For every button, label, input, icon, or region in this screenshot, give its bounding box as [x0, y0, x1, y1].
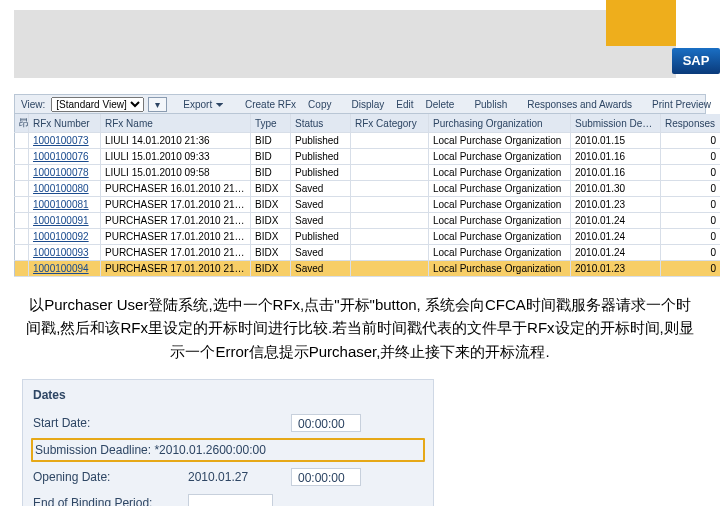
create-rfx-button[interactable]: Create RFx	[241, 99, 300, 110]
sap-logo: SAP	[672, 48, 720, 74]
col-org[interactable]: Purchasing Organization	[429, 114, 571, 133]
rfx-number-link[interactable]: 1000100076	[33, 151, 89, 162]
row-selector[interactable]	[15, 229, 29, 245]
rfx-number-link[interactable]: 1000100078	[33, 167, 89, 178]
rfx-number-link[interactable]: 1000100081	[33, 199, 89, 210]
responses-cell: 0	[661, 261, 721, 277]
type-cell: BID	[251, 149, 291, 165]
deadline-cell: 2010.01.16	[571, 149, 661, 165]
table-row[interactable]: 1000100073LIULI 14.01.2010 21:36BIDPubli…	[15, 133, 721, 149]
status-cell: Published	[291, 133, 351, 149]
start-date-row: Start Date: 00:00:00	[33, 410, 423, 436]
type-cell: BIDX	[251, 181, 291, 197]
table-row[interactable]: 1000100092PURCHASER 17.01.2010 21:37BIDX…	[15, 229, 721, 245]
org-cell: Local Purchase Organization	[429, 245, 571, 261]
submission-deadline-date[interactable]: 2010.01.26	[159, 443, 219, 457]
rfx-number-cell: 1000100081	[29, 197, 101, 213]
type-cell: BIDX	[251, 229, 291, 245]
display-button[interactable]: Display	[347, 99, 388, 110]
rfx-number-cell: 1000100093	[29, 245, 101, 261]
category-cell	[351, 261, 429, 277]
responses-awards-button[interactable]: Responses and Awards	[523, 99, 636, 110]
col-rfx-name[interactable]: RFx Name	[101, 114, 251, 133]
deadline-cell: 2010.01.23	[571, 261, 661, 277]
status-cell: Saved	[291, 213, 351, 229]
rfx-table: 昂 RFx Number RFx Name Type Status RFx Ca…	[14, 114, 720, 277]
dates-panel: Dates Start Date: 00:00:00 Submission De…	[22, 379, 434, 506]
status-cell: Published	[291, 229, 351, 245]
table-row[interactable]: 1000100076LIULI 15.01.2010 09:33BIDPubli…	[15, 149, 721, 165]
responses-cell: 0	[661, 165, 721, 181]
view-select[interactable]: [Standard View]	[51, 97, 144, 112]
row-selector[interactable]	[15, 261, 29, 277]
category-cell	[351, 133, 429, 149]
table-row[interactable]: 1000100080PURCHASER 16.01.2010 21:11BIDX…	[15, 181, 721, 197]
rfx-number-cell: 1000100073	[29, 133, 101, 149]
org-cell: Local Purchase Organization	[429, 261, 571, 277]
org-cell: Local Purchase Organization	[429, 213, 571, 229]
row-selector[interactable]	[15, 245, 29, 261]
org-cell: Local Purchase Organization	[429, 149, 571, 165]
submission-deadline-label: Submission Deadline: *	[35, 443, 159, 457]
table-row[interactable]: 1000100094PURCHASER 17.01.2010 21:44BIDX…	[15, 261, 721, 277]
rfx-name-cell: PURCHASER 16.01.2010 21:11	[101, 181, 251, 197]
table-row[interactable]: 1000100078LIULI 15.01.2010 09:58BIDPubli…	[15, 165, 721, 181]
status-cell: Saved	[291, 197, 351, 213]
deadline-cell: 2010.01.24	[571, 245, 661, 261]
view-go-button[interactable]: ▾	[148, 97, 167, 112]
deadline-cell: 2010.01.24	[571, 213, 661, 229]
rfx-name-cell: LIULI 15.01.2010 09:33	[101, 149, 251, 165]
row-selector[interactable]	[15, 213, 29, 229]
org-cell: Local Purchase Organization	[429, 181, 571, 197]
col-deadline[interactable]: Submission Deadline	[571, 114, 661, 133]
row-selector[interactable]	[15, 181, 29, 197]
export-button[interactable]: Export ⏷	[179, 99, 229, 110]
dates-heading: Dates	[33, 388, 423, 402]
rfx-name-cell: PURCHASER 17.01.2010 21:42	[101, 245, 251, 261]
start-time-value[interactable]: 00:00:00	[291, 414, 361, 432]
rfx-name-cell: LIULI 15.01.2010 09:58	[101, 165, 251, 181]
publish-button[interactable]: Publish	[470, 99, 511, 110]
deadline-cell: 2010.01.23	[571, 197, 661, 213]
type-cell: BIDX	[251, 213, 291, 229]
submission-deadline-row: Submission Deadline: * 2010.01.26 00:00:…	[31, 438, 425, 462]
rfx-number-cell: 1000100091	[29, 213, 101, 229]
rfx-number-link[interactable]: 1000100080	[33, 183, 89, 194]
rfx-number-link[interactable]: 1000100092	[33, 231, 89, 242]
table-row[interactable]: 1000100093PURCHASER 17.01.2010 21:42BIDX…	[15, 245, 721, 261]
print-preview-button[interactable]: Print Preview	[648, 99, 715, 110]
rfx-number-cell: 1000100092	[29, 229, 101, 245]
description-text: 以Purchaser User登陆系统,选中一个RFx,点击"开标"button…	[24, 293, 696, 363]
col-rfx-number[interactable]: RFx Number	[29, 114, 101, 133]
end-binding-row: End of Binding Period:	[33, 490, 423, 506]
col-responses[interactable]: Responses	[661, 114, 721, 133]
row-selector[interactable]	[15, 165, 29, 181]
col-category[interactable]: RFx Category	[351, 114, 429, 133]
col-select[interactable]: 昂	[15, 114, 29, 133]
end-binding-input[interactable]	[188, 494, 273, 506]
view-label: View:	[19, 99, 47, 110]
category-cell	[351, 165, 429, 181]
table-row[interactable]: 1000100081PURCHASER 17.01.2010 21:14BIDX…	[15, 197, 721, 213]
row-selector[interactable]	[15, 149, 29, 165]
responses-cell: 0	[661, 149, 721, 165]
rfx-number-link[interactable]: 1000100091	[33, 215, 89, 226]
banner-gold-block	[606, 0, 676, 46]
rfx-number-link[interactable]: 1000100093	[33, 247, 89, 258]
responses-cell: 0	[661, 133, 721, 149]
table-row[interactable]: 1000100091PURCHASER 17.01.2010 21:29BIDX…	[15, 213, 721, 229]
edit-button[interactable]: Edit	[392, 99, 417, 110]
delete-button[interactable]: Delete	[421, 99, 458, 110]
category-cell	[351, 229, 429, 245]
opening-time-value[interactable]: 00:00:00	[291, 468, 361, 486]
responses-cell: 0	[661, 197, 721, 213]
rfx-number-link[interactable]: 1000100094	[33, 263, 89, 274]
opening-date-value[interactable]: 2010.01.27	[188, 470, 283, 484]
row-selector[interactable]	[15, 197, 29, 213]
copy-button[interactable]: Copy	[304, 99, 335, 110]
col-status[interactable]: Status	[291, 114, 351, 133]
submission-deadline-time[interactable]: 00:00:00	[219, 443, 266, 457]
row-selector[interactable]	[15, 133, 29, 149]
rfx-number-link[interactable]: 1000100073	[33, 135, 89, 146]
col-type[interactable]: Type	[251, 114, 291, 133]
